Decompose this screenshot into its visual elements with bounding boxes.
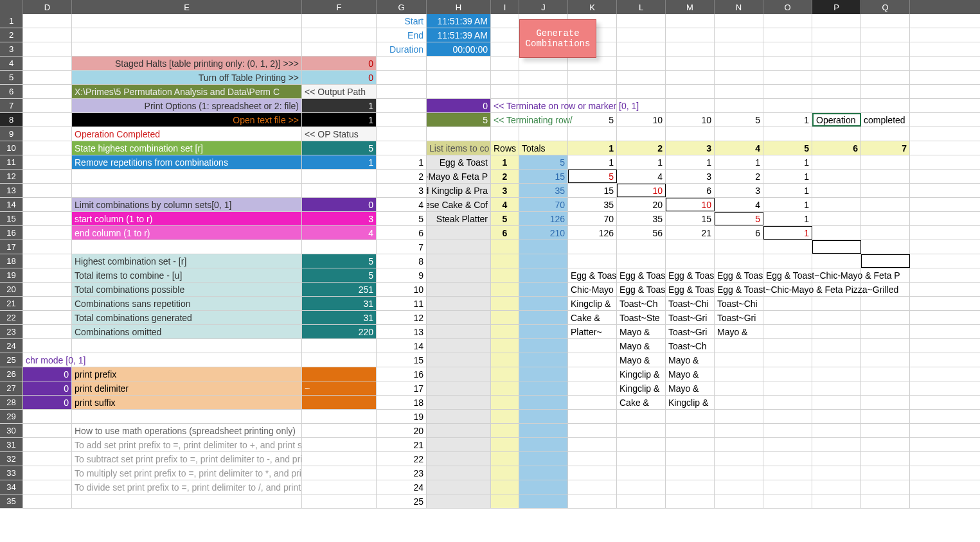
- row-header-32[interactable]: 32: [0, 452, 23, 466]
- cell-O3[interactable]: [763, 42, 812, 56]
- cell-H23[interactable]: [427, 325, 491, 338]
- cell-D19[interactable]: [23, 268, 72, 282]
- cell-K27[interactable]: [568, 381, 617, 395]
- cell-J26[interactable]: [519, 367, 568, 381]
- cell-O8[interactable]: 1: [763, 113, 812, 127]
- cell-D12[interactable]: [23, 170, 72, 183]
- cell-D13[interactable]: [23, 184, 72, 197]
- cell-K30[interactable]: [568, 424, 617, 437]
- cell-F5[interactable]: 0: [302, 71, 377, 84]
- cell-I17[interactable]: [491, 240, 519, 254]
- cell-O22[interactable]: [763, 311, 812, 324]
- cell-P2[interactable]: [812, 28, 861, 42]
- cell-F34[interactable]: [302, 480, 377, 494]
- cell-I10[interactable]: Rows: [491, 141, 519, 155]
- row-header-34[interactable]: 34: [0, 480, 23, 494]
- cell-L33[interactable]: [617, 466, 666, 480]
- cell-M18[interactable]: [666, 254, 715, 268]
- cell-M26[interactable]: Mayo &: [666, 367, 715, 381]
- cell-J13[interactable]: 35: [519, 184, 568, 197]
- cell-D25[interactable]: chr mode [0, 1]: [23, 353, 72, 367]
- cell-F22[interactable]: 31: [302, 311, 377, 324]
- cell-J31[interactable]: [519, 438, 568, 451]
- cell-D32[interactable]: [23, 452, 72, 466]
- cell-I12[interactable]: 2: [491, 170, 519, 183]
- cell-M14[interactable]: 10: [666, 198, 715, 211]
- cell-H32[interactable]: [427, 452, 491, 466]
- cell-F2[interactable]: [302, 28, 377, 42]
- cell-G16[interactable]: 6: [377, 226, 427, 240]
- cell-N16[interactable]: 6: [715, 226, 763, 240]
- cell-E14[interactable]: Limit combinations by column sets[0, 1]: [72, 198, 302, 211]
- cell-G8[interactable]: [377, 113, 427, 127]
- cell-N13[interactable]: 3: [715, 184, 763, 197]
- cell-J21[interactable]: [519, 297, 568, 310]
- row-header-26[interactable]: 26: [0, 367, 23, 381]
- cell-M23[interactable]: Toast~Gri: [666, 325, 715, 338]
- cell-E10[interactable]: State highest combination set [r]: [72, 141, 302, 155]
- cell-P10[interactable]: 6: [812, 141, 861, 155]
- cell-G3[interactable]: Duration: [377, 42, 427, 56]
- cell-J15[interactable]: 126: [519, 212, 568, 225]
- cell-F12[interactable]: [302, 170, 377, 183]
- cell-D34[interactable]: [23, 480, 72, 494]
- cell-K14[interactable]: 35: [568, 198, 617, 211]
- cell-G31[interactable]: 21: [377, 438, 427, 451]
- row-header-14[interactable]: 14: [0, 198, 23, 211]
- cell-D33[interactable]: [23, 466, 72, 480]
- cell-J32[interactable]: [519, 452, 568, 466]
- cell-L19[interactable]: Egg & Toas: [617, 268, 666, 282]
- cell-L18[interactable]: [617, 254, 666, 268]
- cell-H10[interactable]: List items to co: [427, 141, 491, 155]
- cell-D1[interactable]: [23, 14, 72, 28]
- cell-M29[interactable]: [666, 410, 715, 423]
- cell-Q35[interactable]: [861, 494, 910, 508]
- cell-J4[interactable]: [519, 57, 568, 70]
- cell-N20[interactable]: Egg & Toast~Chic-Mayo & Feta Pizza~Grill…: [715, 283, 763, 296]
- cell-O7[interactable]: [763, 99, 812, 112]
- cell-O29[interactable]: [763, 410, 812, 423]
- cell-J6[interactable]: [519, 85, 568, 98]
- cell-I23[interactable]: [491, 325, 519, 338]
- cell-O14[interactable]: 1: [763, 198, 812, 211]
- cell-F30[interactable]: [302, 424, 377, 437]
- cell-E18[interactable]: Highest combination set - [r]: [72, 254, 302, 268]
- cell-H26[interactable]: [427, 367, 491, 381]
- cell-K13[interactable]: 15: [568, 184, 617, 197]
- cell-F10[interactable]: 5: [302, 141, 377, 155]
- cell-E7[interactable]: Print Options (1: spreadsheet or 2: file…: [72, 99, 302, 112]
- cell-L12[interactable]: 4: [617, 170, 666, 183]
- cell-F13[interactable]: [302, 184, 377, 197]
- cell-J24[interactable]: [519, 339, 568, 353]
- cell-J23[interactable]: [519, 325, 568, 338]
- cell-O15[interactable]: 1: [763, 212, 812, 225]
- row-header-20[interactable]: 20: [0, 283, 23, 296]
- cell-P14[interactable]: [812, 198, 861, 211]
- cell-D6[interactable]: [23, 85, 72, 98]
- cell-E6[interactable]: X:\Primes\5 Permutation Analysis and Dat…: [72, 85, 302, 98]
- cell-F23[interactable]: 220: [302, 325, 377, 338]
- cell-K23[interactable]: Platter~: [568, 325, 617, 338]
- cell-E25[interactable]: [72, 353, 302, 367]
- cell-L8[interactable]: 10: [617, 113, 666, 127]
- cell-H3[interactable]: 00:00:00: [427, 42, 491, 56]
- cell-M22[interactable]: Toast~Gri: [666, 311, 715, 324]
- cell-N28[interactable]: [715, 396, 763, 409]
- cell-I32[interactable]: [491, 452, 519, 466]
- cell-P30[interactable]: [812, 424, 861, 437]
- cell-P33[interactable]: [812, 466, 861, 480]
- cell-E11[interactable]: Remove repetitions from combinations: [72, 155, 302, 169]
- cell-L3[interactable]: [617, 42, 666, 56]
- cell-K9[interactable]: [568, 127, 617, 141]
- cell-K32[interactable]: [568, 452, 617, 466]
- cell-D22[interactable]: [23, 311, 72, 324]
- col-header-Q[interactable]: Q: [861, 0, 910, 14]
- row-header-7[interactable]: 7: [0, 99, 23, 112]
- cell-K6[interactable]: [568, 85, 617, 98]
- cell-F29[interactable]: [302, 410, 377, 423]
- cell-E31[interactable]: To add set print prefix to =, print deli…: [72, 438, 302, 451]
- row-header-2[interactable]: 2: [0, 28, 23, 42]
- cell-K16[interactable]: 126: [568, 226, 617, 240]
- cell-E29[interactable]: [72, 410, 302, 423]
- cell-Q28[interactable]: [861, 396, 910, 409]
